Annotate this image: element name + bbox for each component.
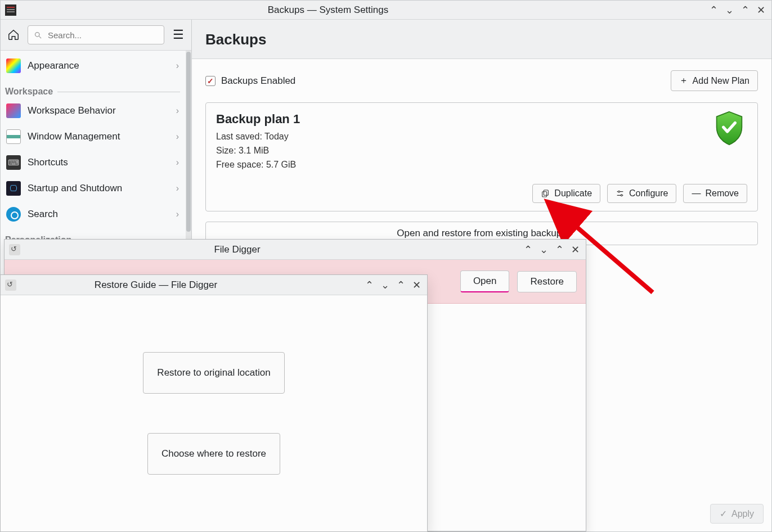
home-icon [7,29,20,41]
backup-plan-card: Backup plan 1 Last saved: Today Size: 3.… [205,102,758,211]
window-management-icon [6,129,21,144]
sliders-icon [616,189,625,198]
sidebar-item-startup-shutdown[interactable]: Startup and Shutdown › [1,175,186,201]
plan-free-space: Free space: 5.7 GiB [216,158,747,172]
restore-original-location-button[interactable]: Restore to original location [143,352,284,394]
restore-button[interactable]: Restore [517,271,577,292]
sidebar-item-label: Startup and Shutdown [28,183,122,194]
sidebar-item-label: Search [28,209,58,220]
backups-enabled-checkbox[interactable]: ✓ Backups Enabled [205,75,295,87]
search-icon [34,31,42,39]
chevron-right-icon: › [176,106,179,116]
plan-last-saved: Last saved: Today [216,130,747,144]
chevron-right-icon: › [176,157,179,168]
window-controls: ⌃ ⌄ ⌃ ✕ [703,5,771,15]
plan-size: Size: 3.1 MiB [216,144,747,158]
sidebar-item-label: Appearance [28,60,79,71]
checkmark-icon: ✓ [205,76,216,86]
restore-icon [5,279,16,291]
maximize-icon[interactable]: ⌃ [740,5,750,15]
remove-button[interactable]: ― Remove [683,184,747,203]
search-category-icon [6,207,21,222]
sidebar-item-label: Shortcuts [28,157,68,168]
keep-above-icon[interactable]: ⌃ [708,5,719,15]
check-icon: ✓ [720,508,727,519]
restore-guide-window: Restore Guide — File Digger ⌃ ⌄ ⌃ ✕ Rest… [0,274,428,532]
sidebar-item-window-management[interactable]: Window Management › [1,124,186,150]
duplicate-button[interactable]: Duplicate [532,184,600,203]
restore-icon [9,244,20,255]
startup-icon [6,181,21,196]
close-icon[interactable]: ✕ [411,280,421,290]
file-digger-titlebar[interactable]: File Digger ⌃ ⌄ ⌃ ✕ [5,240,586,260]
svg-point-5 [621,195,622,196]
scrollbar-thumb[interactable] [186,52,191,232]
svg-point-0 [35,32,40,37]
chevron-right-icon: › [176,132,179,142]
minimize-icon[interactable]: ⌄ [538,245,549,255]
search-field[interactable] [47,30,158,40]
choose-where-to-restore-button[interactable]: Choose where to restore [147,433,280,475]
apply-button[interactable]: ✓ Apply [710,504,764,524]
open-button[interactable]: Open [460,270,510,292]
chevron-right-icon: › [176,61,179,71]
plan-meta: Last saved: Today Size: 3.1 MiB Free spa… [216,130,747,172]
sidebar-item-appearance[interactable]: Appearance › [1,53,186,79]
keep-above-icon[interactable]: ⌃ [523,245,533,255]
sidebar-item-search[interactable]: Search › [1,201,186,227]
svg-line-1 [39,36,41,38]
svg-point-4 [618,191,620,193]
chevron-right-icon: › [176,183,179,193]
home-button[interactable] [5,26,22,43]
window-title: Backups — System Settings [21,4,703,16]
duplicate-icon [541,189,550,198]
chevron-right-icon: › [176,209,179,219]
plan-title: Backup plan 1 [216,112,747,127]
close-icon[interactable]: ✕ [570,245,580,255]
keyboard-icon [6,155,21,170]
add-plan-button[interactable]: ＋ Add New Plan [671,70,758,91]
sidebar-group-workspace: Workspace [1,79,186,98]
page-title: Backups [192,20,771,58]
menu-button[interactable]: ☰ [170,28,187,42]
sidebar-item-label: Window Management [28,131,120,142]
sidebar-item-label: Workspace Behavior [28,105,116,116]
configure-button[interactable]: Configure [607,184,676,203]
keep-above-icon[interactable]: ⌃ [364,280,374,290]
app-icon [5,4,16,16]
minus-icon: ― [692,188,701,199]
shield-ok-icon [713,111,745,146]
maximize-icon[interactable]: ⌃ [396,280,406,290]
minimize-icon[interactable]: ⌄ [380,280,390,290]
maximize-icon[interactable]: ⌃ [554,245,564,255]
svg-rect-2 [544,190,549,195]
sidebar-item-workspace-behavior[interactable]: Workspace Behavior › [1,98,186,124]
plus-icon: ＋ [679,75,688,87]
svg-rect-3 [542,192,547,197]
minimize-icon[interactable]: ⌄ [724,5,734,15]
appearance-icon [6,58,21,73]
restore-guide-title: Restore Guide — File Digger [21,279,358,291]
sidebar-item-shortcuts[interactable]: Shortcuts › [1,150,186,175]
file-digger-title: File Digger [25,244,517,255]
workspace-behavior-icon [6,103,21,118]
restore-guide-titlebar[interactable]: Restore Guide — File Digger ⌃ ⌄ ⌃ ✕ [1,275,427,295]
close-icon[interactable]: ✕ [756,5,766,15]
backups-enabled-label: Backups Enabled [221,75,295,87]
search-input[interactable] [28,25,164,44]
titlebar[interactable]: Backups — System Settings ⌃ ⌄ ⌃ ✕ [1,1,771,20]
